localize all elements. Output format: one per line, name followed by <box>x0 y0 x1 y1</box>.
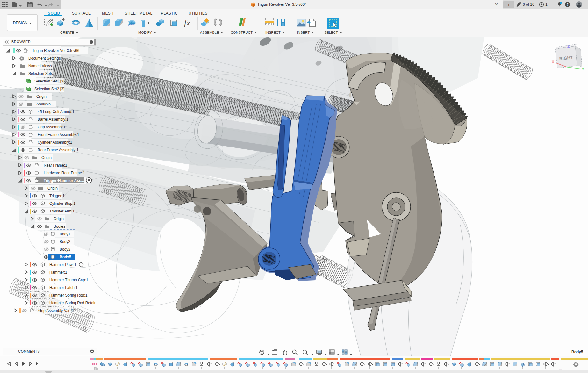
svg-text:?: ? <box>567 3 569 6</box>
svg-text:X: X <box>552 59 555 64</box>
svg-text:Z: Z <box>567 44 570 49</box>
svg-text:Y: Y <box>582 67 584 71</box>
svg-text:fx: fx <box>184 18 190 27</box>
